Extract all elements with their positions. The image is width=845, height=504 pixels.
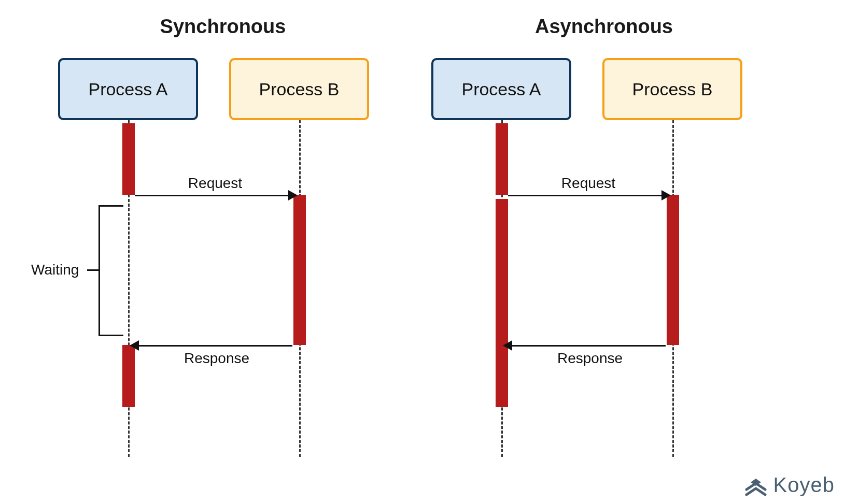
attribution: Koyeb xyxy=(744,473,835,497)
exec-bar-b-sync xyxy=(293,195,306,345)
response-arrow-head-async xyxy=(503,340,512,351)
process-a-box-async: Process A xyxy=(431,58,571,120)
exec-bar-b-async xyxy=(667,195,679,345)
attribution-text: Koyeb xyxy=(773,473,835,497)
process-a-label-async: Process A xyxy=(461,79,541,99)
exec-bar-a1-async xyxy=(496,123,508,195)
exec-bar-a2-sync xyxy=(122,345,135,407)
exec-bar-a1-sync xyxy=(122,123,135,195)
exec-bar-a2-async xyxy=(496,199,508,407)
process-b-box-async: Process B xyxy=(602,58,742,120)
waiting-brace-bottom-sync xyxy=(98,335,123,336)
process-a-box-sync: Process A xyxy=(58,58,198,120)
response-arrow-head-sync xyxy=(130,340,139,351)
request-arrow-head-sync xyxy=(288,190,298,200)
process-b-label-sync: Process B xyxy=(259,79,340,99)
request-arrow-line-sync xyxy=(135,195,288,196)
title-synchronous: Synchronous xyxy=(137,16,308,38)
waiting-label-sync: Waiting xyxy=(31,262,79,278)
waiting-brace-top-sync xyxy=(98,205,123,207)
process-b-label-async: Process B xyxy=(632,79,713,99)
koyeb-logo-icon xyxy=(744,474,767,497)
waiting-brace-mid-sync xyxy=(87,269,98,271)
response-label-sync: Response xyxy=(170,350,263,367)
request-label-async: Request xyxy=(547,175,630,192)
response-arrow-line-sync xyxy=(139,345,292,347)
waiting-brace-v-sync xyxy=(98,205,100,335)
title-asynchronous: Asynchronous xyxy=(511,16,697,38)
request-arrow-head-async xyxy=(661,190,671,200)
request-label-sync: Request xyxy=(174,175,257,192)
response-arrow-line-async xyxy=(512,345,666,347)
request-arrow-line-async xyxy=(508,195,661,196)
diagram-stage: Synchronous Process A Process B Request … xyxy=(0,0,845,504)
response-label-async: Response xyxy=(543,350,637,367)
process-b-box-sync: Process B xyxy=(229,58,369,120)
process-a-label-sync: Process A xyxy=(88,79,167,99)
